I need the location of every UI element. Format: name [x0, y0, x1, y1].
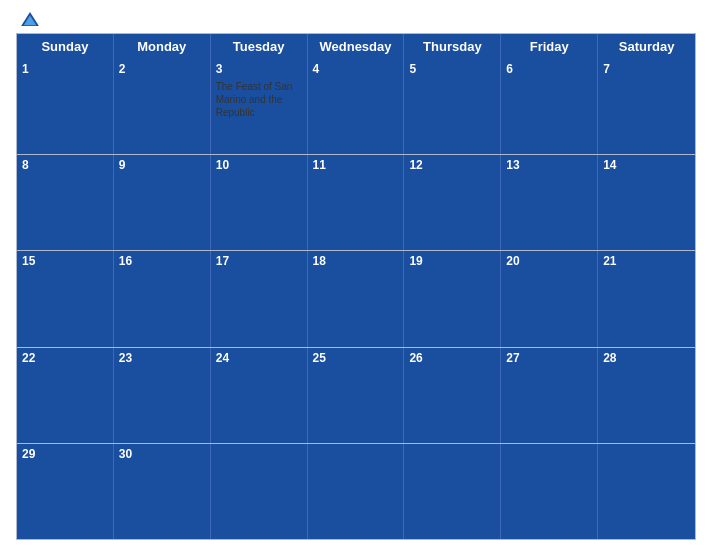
weekday-header-wednesday: Wednesday	[308, 34, 405, 59]
calendar-page: SundayMondayTuesdayWednesdayThursdayFrid…	[0, 0, 712, 550]
day-number: 30	[119, 447, 205, 463]
day-cell: 10	[211, 155, 308, 250]
day-cell: 6	[501, 59, 598, 154]
week-row-3: 15161718192021	[17, 250, 695, 346]
day-cell: 20	[501, 251, 598, 346]
day-number: 3	[216, 62, 302, 78]
day-cell: 5	[404, 59, 501, 154]
day-cell: 18	[308, 251, 405, 346]
day-cell: 1	[17, 59, 114, 154]
week-row-2: 891011121314	[17, 154, 695, 250]
day-cell: 25	[308, 348, 405, 443]
logo-icon	[21, 11, 39, 27]
day-number: 7	[603, 62, 690, 78]
day-cell	[501, 444, 598, 539]
day-cell: 4	[308, 59, 405, 154]
day-number: 9	[119, 158, 205, 174]
day-cell: 15	[17, 251, 114, 346]
day-number: 16	[119, 254, 205, 270]
week-row-4: 22232425262728	[17, 347, 695, 443]
day-number: 24	[216, 351, 302, 367]
day-cell: 23	[114, 348, 211, 443]
weekday-header-sunday: Sunday	[17, 34, 114, 59]
calendar-body: 123The Feast of San Marino and the Repub…	[17, 59, 695, 539]
week-row-5: 2930	[17, 443, 695, 539]
day-cell: 21	[598, 251, 695, 346]
day-number: 6	[506, 62, 592, 78]
day-number: 8	[22, 158, 108, 174]
day-number: 21	[603, 254, 690, 270]
day-number: 29	[22, 447, 108, 463]
weekday-header-friday: Friday	[501, 34, 598, 59]
week-row-1: 123The Feast of San Marino and the Repub…	[17, 59, 695, 154]
weekday-header-thursday: Thursday	[404, 34, 501, 59]
day-number: 22	[22, 351, 108, 367]
weekday-header-row: SundayMondayTuesdayWednesdayThursdayFrid…	[17, 34, 695, 59]
day-number: 19	[409, 254, 495, 270]
day-number: 20	[506, 254, 592, 270]
day-number: 14	[603, 158, 690, 174]
day-number: 28	[603, 351, 690, 367]
weekday-header-tuesday: Tuesday	[211, 34, 308, 59]
day-cell	[404, 444, 501, 539]
day-cell: 26	[404, 348, 501, 443]
day-number: 18	[313, 254, 399, 270]
day-cell: 27	[501, 348, 598, 443]
day-cell: 30	[114, 444, 211, 539]
day-number: 11	[313, 158, 399, 174]
day-number: 15	[22, 254, 108, 270]
day-cell: 28	[598, 348, 695, 443]
weekday-header-saturday: Saturday	[598, 34, 695, 59]
day-cell	[211, 444, 308, 539]
day-cell: 29	[17, 444, 114, 539]
weekday-header-monday: Monday	[114, 34, 211, 59]
day-cell: 22	[17, 348, 114, 443]
day-cell	[598, 444, 695, 539]
day-cell: 17	[211, 251, 308, 346]
day-cell: 2	[114, 59, 211, 154]
day-cell: 14	[598, 155, 695, 250]
day-number: 2	[119, 62, 205, 78]
calendar-grid: SundayMondayTuesdayWednesdayThursdayFrid…	[16, 33, 696, 540]
day-number: 23	[119, 351, 205, 367]
day-number: 13	[506, 158, 592, 174]
day-cell: 12	[404, 155, 501, 250]
day-cell: 11	[308, 155, 405, 250]
day-cell: 3The Feast of San Marino and the Republi…	[211, 59, 308, 154]
day-number: 12	[409, 158, 495, 174]
day-cell: 13	[501, 155, 598, 250]
day-number: 17	[216, 254, 302, 270]
day-number: 1	[22, 62, 108, 78]
day-cell: 16	[114, 251, 211, 346]
day-number: 26	[409, 351, 495, 367]
day-cell	[308, 444, 405, 539]
day-cell: 19	[404, 251, 501, 346]
day-number: 25	[313, 351, 399, 367]
day-event: The Feast of San Marino and the Republic	[216, 80, 302, 119]
calendar-header	[16, 10, 696, 27]
day-number: 4	[313, 62, 399, 78]
day-number: 10	[216, 158, 302, 174]
day-number: 27	[506, 351, 592, 367]
day-cell: 7	[598, 59, 695, 154]
logo	[18, 10, 98, 27]
day-cell: 8	[17, 155, 114, 250]
day-cell: 24	[211, 348, 308, 443]
day-cell: 9	[114, 155, 211, 250]
day-number: 5	[409, 62, 495, 78]
